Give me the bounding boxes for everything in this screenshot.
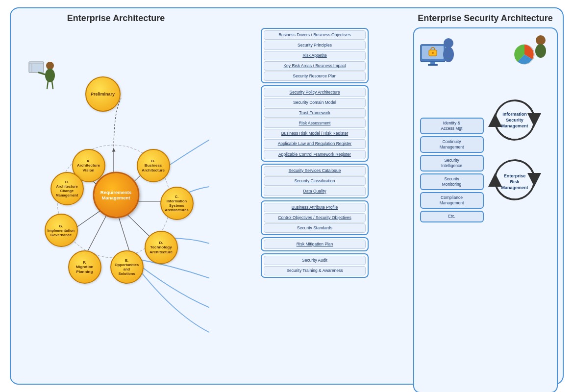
right-box-etc: Etc. xyxy=(420,211,484,222)
right-panel: Enterprise Security Architecture xyxy=(413,13,558,379)
node-C: C. Information Systems Architectures xyxy=(160,187,194,220)
svg-point-25 xyxy=(536,35,546,45)
svg-text:Management: Management xyxy=(501,123,528,128)
box-group-3: Security Services Catalogue Security Cla… xyxy=(261,164,369,198)
box-item: Security Standards xyxy=(264,223,366,233)
right-boxes-column: Identity &Access Mgt ContinuityManagemen… xyxy=(420,118,484,222)
wheel-area: Preliminary Requirements Management A. A… xyxy=(23,27,209,361)
box-item: Security Training & Awareness xyxy=(264,266,366,275)
node-H: H. Architecture Change Management xyxy=(50,172,84,205)
wheel-center-label: Requirements Management xyxy=(100,190,131,200)
box-group-4: Business Attribute Profile Control Objec… xyxy=(261,200,369,235)
right-box-continuity: ContinuityManagement xyxy=(420,136,484,153)
svg-text:Risk: Risk xyxy=(510,179,520,184)
enterprise-risk-management: Enterprise Risk Management xyxy=(488,153,542,207)
info-security-circle-icon: Information Security Management xyxy=(488,93,542,147)
box-item: Trust Framework xyxy=(264,108,366,118)
right-box-security-intel: SecurityIntelligence xyxy=(420,155,484,172)
box-item: Security Services Catalogue xyxy=(264,166,366,175)
node-F: F. Migration Planning xyxy=(68,250,101,284)
box-item: Risk Appetite xyxy=(264,51,366,60)
svg-text:Management: Management xyxy=(501,185,528,190)
svg-point-20 xyxy=(432,52,434,54)
svg-rect-22 xyxy=(428,64,438,66)
right-box-identity: Identity &Access Mgt xyxy=(420,118,484,134)
enterprise-risk-circle-icon: Enterprise Risk Management xyxy=(488,153,542,207)
node-E: E. Opportunities and Solutions xyxy=(110,250,144,284)
svg-point-26 xyxy=(535,44,546,58)
box-item: Security Policy Architecture xyxy=(264,88,366,97)
svg-text:Security: Security xyxy=(506,118,523,122)
middle-panel: Business Drivers / Business Objectives S… xyxy=(217,13,413,379)
wheel-center: Requirements Management xyxy=(93,172,139,218)
box-group-5: Risk Mitigation Plan xyxy=(261,237,369,251)
node-B: B. Business Architecture xyxy=(137,149,170,182)
persona-security xyxy=(418,32,457,72)
box-item: Business Risk Model / Risk Register xyxy=(264,129,366,138)
right-title: Enterprise Security Architecture xyxy=(413,13,558,24)
left-title: Enterprise Architecture xyxy=(16,13,217,24)
security-persona-icon xyxy=(418,32,457,72)
svg-text:Enterprise: Enterprise xyxy=(503,173,525,178)
svg-rect-21 xyxy=(430,62,435,64)
analyst-persona-icon xyxy=(514,32,553,72)
box-group-1: Business Drivers / Business Objectives S… xyxy=(261,28,369,83)
box-item: Key Risk Areas / Business Impact xyxy=(264,61,366,71)
svg-point-24 xyxy=(443,47,454,62)
box-group-2: Security Policy Architecture Security Do… xyxy=(261,85,369,161)
box-item: Security Domain Model xyxy=(264,98,366,107)
right-box-security-monitoring: SecurityMonitoring xyxy=(420,173,484,190)
preliminary-node: Preliminary xyxy=(85,76,121,112)
svg-text:Information: Information xyxy=(502,112,527,117)
box-item: Security Resource Plan xyxy=(264,72,366,81)
right-box-compliance: ComplianceManagement xyxy=(420,192,484,209)
node-D: D. Technology Architecture xyxy=(145,231,178,264)
box-item: Risk Mitigation Plan xyxy=(264,240,366,249)
node-G: G. Implementation Governance xyxy=(45,214,78,247)
box-item: Control Objectives / Security Objectives xyxy=(264,213,366,222)
box-item: Security Classification xyxy=(264,176,366,186)
left-panel: Enterprise Architecture xyxy=(16,13,217,379)
box-item: Business Drivers / Business Objectives xyxy=(264,30,366,40)
outer-container: Enterprise Architecture xyxy=(10,7,564,385)
box-item: Security Principles xyxy=(264,41,366,50)
persona-analyst xyxy=(514,32,553,72)
right-inner: Identity &Access Mgt ContinuityManagemen… xyxy=(413,27,558,392)
box-item: Business Attribute Profile xyxy=(264,203,366,212)
box-item: Data Quality xyxy=(264,187,366,196)
box-item: Risk Assessment xyxy=(264,119,366,128)
box-item: Applicable Law and Regulation Register xyxy=(264,139,366,148)
info-security-management: Information Security Management xyxy=(488,93,542,147)
middle-panel-inner: Business Drivers / Business Objectives S… xyxy=(261,28,369,278)
box-item: Applicable Control Framework Register xyxy=(264,150,366,159)
box-item: Security Audit xyxy=(264,256,366,265)
box-group-6: Security Audit Security Training & Aware… xyxy=(261,253,369,278)
